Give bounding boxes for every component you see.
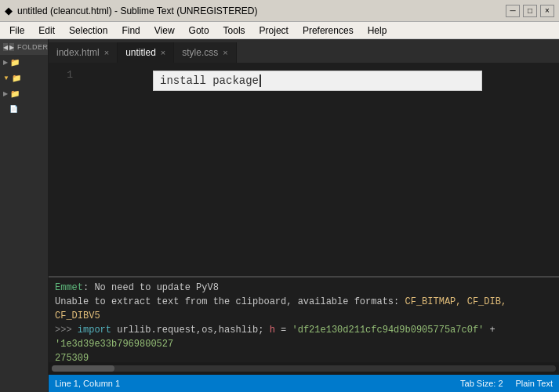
title-text: untitled (cleancut.html) - Sublime Text … [17, 5, 258, 16]
syntax-indicator[interactable]: Plain Text [516, 379, 554, 388]
tab-untitled[interactable]: untitled × [118, 42, 174, 63]
menu-item-tools[interactable]: Tools [217, 24, 252, 38]
tab-label-index: index.html [56, 47, 100, 58]
app-icon: ◆ [5, 5, 13, 16]
cursor [260, 74, 261, 87]
line-number-1: 1 [49, 69, 73, 81]
title-bar: ◆ untitled (cleancut.html) - Sublime Tex… [0, 0, 559, 22]
line-numbers: 1 [49, 63, 76, 276]
sidebar-file-row[interactable]: 📄 [0, 102, 48, 116]
console-area: Emmet: No need to update PyV8 Unable to … [49, 276, 559, 362]
command-palette[interactable]: install package [153, 71, 482, 91]
folder-icon: 📁 [10, 58, 20, 67]
menu-item-goto[interactable]: Goto [183, 24, 216, 38]
scrollbar-track[interactable] [52, 365, 556, 372]
console-import: import [78, 325, 111, 336]
sidebar-content: ▶ 📁 ▼ 📁 ▶ 📁 📄 [0, 55, 48, 392]
status-left: Line 1, Column 1 [55, 379, 120, 388]
tab-label-untitled: untitled [125, 47, 156, 58]
tab-size-indicator[interactable]: Tab Size: 2 [460, 379, 503, 388]
console-line-1: Emmet: No need to update PyV8 [55, 281, 553, 295]
folder-icon-3: 📁 [10, 89, 20, 98]
sidebar: ◀ ▶ FOLDERS ▶ 📁 ▼ 📁 ▶ 📁 📄 [0, 39, 49, 392]
menu-item-project[interactable]: Project [253, 24, 295, 38]
console-prompt: >>> [55, 325, 78, 336]
main-layout: ◀ ▶ FOLDERS ▶ 📁 ▼ 📁 ▶ 📁 📄 [0, 39, 559, 392]
menu-item-preferences[interactable]: Preferences [296, 24, 360, 38]
sidebar-folder-row-2[interactable]: ▼ 📁 [0, 71, 48, 85]
file-icon: 📄 [9, 105, 18, 113]
editor-area: index.html × untitled × style.css × 1 in… [49, 39, 559, 392]
console-line-3: >>> import urllib.request,os,hashlib; h … [55, 323, 553, 351]
maximize-button[interactable]: □ [523, 5, 537, 17]
scrollbar-area [49, 362, 559, 375]
menu-item-selection[interactable]: Selection [63, 24, 114, 38]
menu-item-view[interactable]: View [148, 24, 181, 38]
menu-item-help[interactable]: Help [361, 24, 394, 38]
menu-bar: FileEditSelectionFindViewGotoToolsProjec… [0, 22, 559, 39]
status-right: Tab Size: 2 Plain Text [460, 379, 553, 388]
tab-label-style: style.css [182, 47, 218, 58]
title-bar-left: ◆ untitled (cleancut.html) - Sublime Tex… [5, 5, 258, 16]
console-line-4: 275309 [55, 351, 553, 362]
folder-expand-icon-2: ▼ [3, 74, 9, 82]
console-line-2: Unable to extract text from the clipboar… [55, 295, 553, 323]
folder-expand-icon: ▶ [3, 59, 8, 66]
sidebar-folder-row-3[interactable]: ▶ 📁 [0, 86, 48, 100]
folder-expand-icon-3: ▶ [3, 90, 8, 97]
editor-content[interactable]: install package [76, 63, 559, 276]
console-text-1: Emmet [55, 282, 83, 293]
sidebar-header: ◀ ▶ FOLDERS [0, 39, 48, 55]
sidebar-prev-btn[interactable]: ◀ [3, 43, 8, 51]
close-button[interactable]: × [540, 5, 554, 17]
sidebar-folder-row-1[interactable]: ▶ 📁 [0, 55, 48, 69]
tabs-bar: index.html × untitled × style.css × [49, 39, 559, 63]
tab-close-untitled[interactable]: × [161, 49, 165, 57]
tab-style-css[interactable]: style.css × [174, 42, 236, 63]
menu-item-file[interactable]: File [3, 24, 31, 38]
console-text-2: Unable to extract text from the clipboar… [55, 296, 405, 307]
title-bar-buttons: ─ □ × [506, 5, 554, 17]
tab-index-html[interactable]: index.html × [49, 42, 118, 63]
console-text-4: 275309 [55, 353, 89, 362]
minimize-button[interactable]: ─ [506, 5, 520, 17]
menu-item-edit[interactable]: Edit [32, 24, 61, 38]
scrollbar-thumb[interactable] [52, 365, 114, 372]
line-column-indicator[interactable]: Line 1, Column 1 [55, 379, 120, 388]
editor-body: 1 install package [49, 63, 559, 276]
menu-item-find[interactable]: Find [115, 24, 146, 38]
sidebar-next-btn[interactable]: ▶ [9, 43, 14, 51]
status-bar: Line 1, Column 1 Tab Size: 2 Plain Text [49, 375, 559, 392]
tab-close-style[interactable]: × [223, 49, 227, 57]
folder-icon-2: 📁 [12, 74, 21, 82]
command-palette-text: install package [160, 74, 259, 87]
tab-close-index[interactable]: × [104, 49, 109, 57]
